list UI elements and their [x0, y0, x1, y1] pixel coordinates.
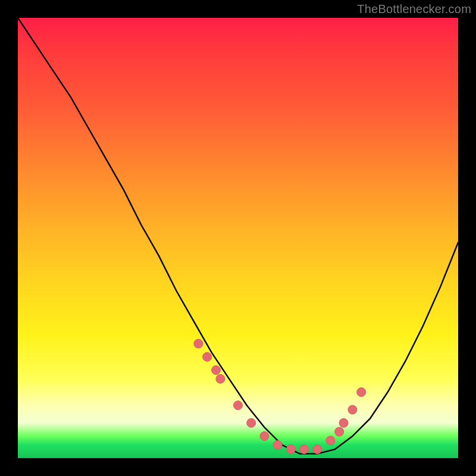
watermark-text: TheBottlenecker.com [357, 2, 471, 16]
marker-point [339, 418, 348, 427]
marker-point [348, 405, 357, 414]
marker-point [335, 427, 344, 436]
marker-point [357, 388, 366, 397]
marker-point [203, 352, 212, 361]
marker-point [194, 339, 203, 348]
marker-point [313, 445, 322, 454]
marker-group [194, 339, 366, 454]
plot-area [18, 18, 458, 458]
marker-point [260, 432, 269, 441]
marker-point [286, 445, 295, 454]
marker-point [234, 401, 243, 410]
marker-point [212, 366, 221, 375]
marker-point [300, 445, 309, 454]
curve-svg [18, 18, 458, 458]
marker-point [216, 374, 225, 383]
chart-stage: TheBottlenecker.com [0, 0, 476, 476]
marker-point [273, 440, 282, 449]
marker-point [326, 436, 335, 445]
marker-point [247, 418, 256, 427]
bottleneck-curve [18, 18, 458, 454]
